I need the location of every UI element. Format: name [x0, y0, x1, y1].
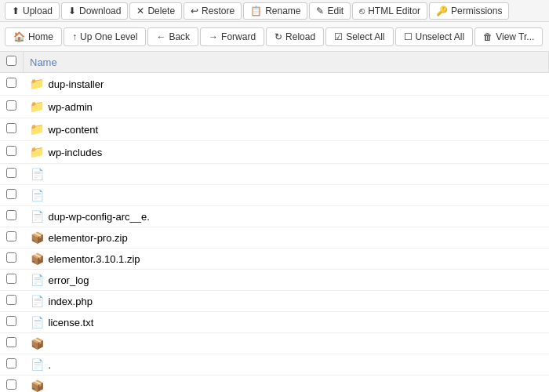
row-checkbox[interactable] — [6, 274, 16, 284]
file-table-container: Name 📁dup-installer📁wp-admin📁wp-content📁… — [0, 52, 549, 392]
rename-button[interactable]: 📋Rename — [243, 2, 307, 20]
zip-icon: 📦 — [30, 379, 45, 392]
row-name-cell: 📄 — [24, 185, 549, 206]
rename-button-icon: 📋 — [250, 5, 262, 16]
file-name-row: 📄license.txt — [30, 316, 543, 328]
select-all-button[interactable]: ☑Select All — [325, 27, 393, 46]
select-all-button-icon: ☑ — [334, 31, 343, 42]
table-row[interactable]: 📁wp-content — [0, 118, 549, 141]
table-row[interactable]: 📦elementor-pro.zip — [0, 227, 549, 249]
forward-button[interactable]: →Forward — [200, 27, 264, 46]
table-row[interactable]: 📦 — [0, 333, 549, 354]
download-button[interactable]: ⬇Download — [61, 2, 128, 20]
table-row[interactable]: 📄dup-wp-config-arc__e. — [0, 206, 549, 227]
checkbox-header — [0, 52, 24, 73]
doc-icon: 📄 — [30, 189, 45, 201]
file-name: index.php — [49, 296, 93, 307]
permissions-button[interactable]: 🔑Permissions — [429, 2, 509, 20]
doc-icon: 📄 — [30, 358, 45, 371]
up-one-level-button[interactable]: ↑Up One Level — [64, 27, 146, 46]
row-checkbox-cell — [0, 312, 24, 333]
upload-button[interactable]: ⬆Upload — [5, 2, 60, 20]
table-row[interactable]: 📄error_log — [0, 270, 549, 291]
select-all-checkbox[interactable] — [6, 56, 16, 66]
row-name-cell: 📄. — [24, 354, 549, 376]
row-checkbox-cell — [0, 141, 24, 164]
restore-button-icon: ↩ — [191, 5, 198, 16]
table-row[interactable]: 📄 — [0, 164, 549, 185]
file-name: wp-content — [49, 124, 99, 136]
view-trash-button[interactable]: 🗑View Tr... — [474, 27, 543, 46]
folder-icon: 📁 — [30, 122, 45, 136]
table-row[interactable]: 📄license.txt — [0, 312, 549, 333]
table-row[interactable]: 📄index.php — [0, 291, 549, 312]
row-name-cell: 📦 — [24, 376, 549, 393]
toolbar1: ⬆Upload⬇Download✕Delete↩Restore📋Rename✎E… — [0, 0, 549, 22]
file-name: wp-includes — [49, 147, 103, 158]
unselect-all-button[interactable]: ☐Unselect All — [395, 27, 474, 46]
row-checkbox[interactable] — [6, 123, 16, 133]
back-button[interactable]: ←Back — [147, 27, 198, 46]
row-checkbox[interactable] — [6, 316, 16, 326]
row-checkbox[interactable] — [6, 100, 16, 111]
table-row[interactable]: 📁wp-includes — [0, 141, 549, 164]
file-table: Name 📁dup-installer📁wp-admin📁wp-content📁… — [0, 52, 549, 392]
folder-icon: 📁 — [30, 100, 45, 114]
row-checkbox[interactable] — [6, 295, 16, 305]
file-name: wp-admin — [49, 101, 93, 113]
folder-icon: 📁 — [30, 77, 45, 91]
row-checkbox[interactable] — [6, 337, 16, 347]
table-row[interactable]: 📄 — [0, 185, 549, 206]
doc-icon: 📄 — [30, 316, 45, 328]
file-name-row: 📁wp-content — [30, 122, 543, 136]
row-name-cell: 📦elementor-pro.zip — [24, 227, 549, 249]
row-name-cell: 📁dup-installer — [24, 73, 549, 96]
reload-button-icon: ↻ — [274, 31, 282, 42]
file-name-row: 📦 — [30, 379, 543, 392]
home-button-icon: 🏠 — [13, 31, 25, 42]
file-name: license.txt — [49, 317, 94, 328]
view-trash-button-icon: 🗑 — [483, 31, 493, 42]
file-name: dup-wp-config-arc__e. — [49, 211, 150, 223]
table-row[interactable]: 📁wp-admin — [0, 96, 549, 118]
file-name: elementor-pro.zip — [49, 232, 128, 244]
reload-button[interactable]: ↻Reload — [266, 27, 324, 46]
row-checkbox[interactable] — [6, 379, 16, 390]
row-checkbox[interactable] — [6, 231, 16, 241]
row-checkbox[interactable] — [6, 210, 16, 220]
table-row[interactable]: 📦 — [0, 376, 549, 393]
zip-icon: 📦 — [30, 337, 45, 350]
row-name-cell: 📄license.txt — [24, 312, 549, 333]
row-checkbox-cell — [0, 333, 24, 354]
table-row[interactable]: 📦elementor.3.10.1.zip — [0, 249, 549, 270]
row-name-cell: 📁wp-content — [24, 118, 549, 141]
row-checkbox[interactable] — [6, 358, 16, 368]
row-checkbox-cell — [0, 96, 24, 118]
row-checkbox[interactable] — [6, 146, 16, 156]
row-name-cell: 📄index.php — [24, 291, 549, 312]
doc-icon: 📄 — [30, 295, 45, 307]
table-row[interactable]: 📁dup-installer — [0, 73, 549, 96]
file-name-row: 📄index.php — [30, 295, 543, 307]
row-checkbox[interactable] — [6, 168, 16, 178]
restore-button[interactable]: ↩Restore — [184, 2, 242, 20]
home-button[interactable]: 🏠Home — [5, 27, 62, 46]
doc-icon: 📄 — [30, 210, 45, 223]
row-name-cell: 📄dup-wp-config-arc__e. — [24, 206, 549, 227]
file-name-row: 📄 — [30, 189, 543, 201]
row-checkbox-cell — [0, 118, 24, 141]
forward-button-icon: → — [209, 31, 218, 42]
edit-button[interactable]: ✎Edit — [309, 2, 351, 20]
row-checkbox-cell — [0, 73, 24, 96]
html-editor-button[interactable]: ⎋HTML Editor — [352, 2, 427, 20]
row-checkbox[interactable] — [6, 78, 16, 88]
row-name-cell: 📦 — [24, 333, 549, 354]
file-name: elementor.3.10.1.zip — [49, 253, 140, 265]
row-checkbox-cell — [0, 185, 24, 206]
row-checkbox[interactable] — [6, 189, 16, 199]
table-row[interactable]: 📄. — [0, 354, 549, 376]
row-checkbox[interactable] — [6, 252, 16, 263]
delete-button[interactable]: ✕Delete — [129, 2, 182, 20]
row-checkbox-cell — [0, 206, 24, 227]
row-checkbox-cell — [0, 354, 24, 376]
